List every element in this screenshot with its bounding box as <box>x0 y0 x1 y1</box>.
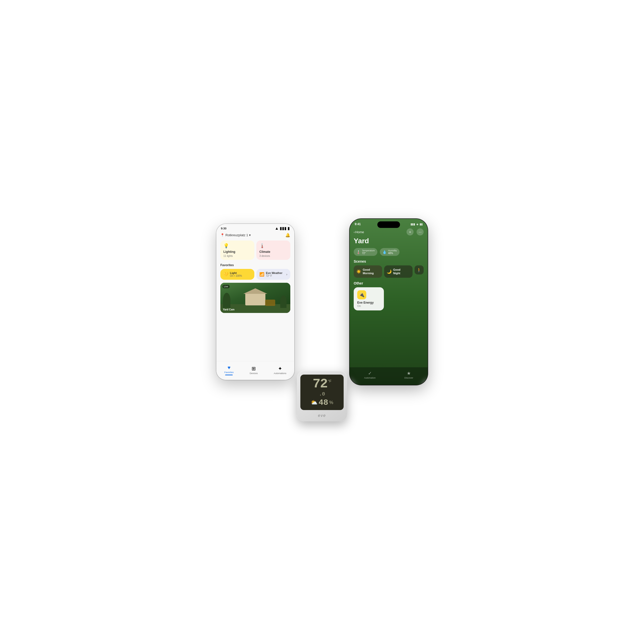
scene-walk-icon[interactable]: 🚶 <box>415 265 424 274</box>
ios-wifi-icon: ◈ <box>416 223 418 226</box>
lighting-title: Lighting <box>223 250 251 254</box>
eve-temperature: 72 <box>313 378 327 391</box>
ios-nav-discover-label: Discover <box>405 377 413 379</box>
humidity-value: 48% <box>388 252 397 255</box>
climate-title: Climate <box>259 250 287 254</box>
eve-humidity: 48 <box>318 398 328 407</box>
climate-sub: 3 devices <box>259 255 287 257</box>
energy-status: On <box>357 304 380 307</box>
android-status-icons: ▲ ▮▮▮ ▮ <box>275 226 290 231</box>
category-lighting[interactable]: 💡 Lighting 11 lights <box>220 240 254 260</box>
ios-status-icons: ▮▮▮ ◈ ▮▮ <box>411 223 423 226</box>
cam-name: Yard Cam <box>223 308 234 311</box>
climate-icon: 🌡️ <box>259 243 287 249</box>
wifi-icon: ▲ <box>275 226 279 231</box>
nav-devices-label: Devices <box>250 372 258 375</box>
chevron-left-icon: ‹ <box>354 230 355 234</box>
fav-light[interactable]: 💛 Light On • 100% <box>220 269 254 280</box>
temp-icon: 🌡️ <box>356 250 360 254</box>
discover-icon: ★ <box>407 371 411 376</box>
lighting-sub: 11 lights <box>223 255 251 257</box>
ios-time: 9:41 <box>355 222 361 226</box>
eve-weather-icon: ⛅ <box>311 399 317 406</box>
moon-icon: 🌙 <box>387 269 392 274</box>
ios-notch <box>377 221 400 228</box>
automations-icon: ✦ <box>278 366 282 372</box>
eve-body: 72 °F .0 ⛅ 48 % eve <box>297 371 347 421</box>
category-row: 💡 Lighting 11 lights 🌡️ Climate 3 device… <box>220 240 290 260</box>
ios-nav-discover[interactable]: ★ Discover <box>405 371 413 379</box>
nav-active-dot <box>225 375 233 375</box>
eve-temp-unit: °F <box>328 379 331 383</box>
ios-back-row: ‹ Home + ··· <box>354 228 424 235</box>
android-time: 9:30 <box>221 227 226 230</box>
cam-card[interactable]: Live Yard Cam <box>220 283 290 313</box>
category-climate[interactable]: 🌡️ Climate 3 devices <box>256 240 290 260</box>
humidity-stat: 💧 Humidity 48% <box>380 248 399 256</box>
weather-icon: 📶 <box>259 272 264 277</box>
eve-device: 72 °F .0 ⛅ 48 % eve <box>297 371 347 421</box>
humidity-label: Humidity <box>388 249 397 252</box>
devices-icon: ⊞ <box>252 366 256 372</box>
ios-content: ‹ Home + ··· Yard 🌡️ Temperature 72° <box>350 227 428 310</box>
other-label: Other <box>354 281 424 285</box>
android-location[interactable]: 📍 Rotkreuzplatz 1 ▾ <box>220 233 251 237</box>
temp-label: Temperature <box>362 249 375 252</box>
ios-signal-icon: ▮▮▮ <box>411 223 415 226</box>
nav-favorites[interactable]: ♥ Favorites <box>224 365 234 375</box>
favorites-label: Favorites <box>220 263 290 267</box>
fav-weather[interactable]: 📶 Eve Weather 72° F › <box>256 269 290 280</box>
scenes-label: Scenes <box>354 259 424 263</box>
energy-title: Eve Energy <box>357 301 380 304</box>
fav-weather-sub: 72° F <box>266 274 283 277</box>
scene-night-label: GoodNight <box>393 268 400 275</box>
android-status-bar: 9:30 ▲ ▮▮▮ ▮ <box>216 224 294 232</box>
eve-brand: eve <box>318 413 326 418</box>
ios-back-button[interactable]: ‹ Home <box>354 230 364 234</box>
android-content: 📍 Rotkreuzplatz 1 ▾ 🔔 💡 Lighting 11 ligh… <box>216 232 294 363</box>
scene-good-night[interactable]: 🌙 GoodNight <box>384 265 413 278</box>
eve-screen: 72 °F .0 ⛅ 48 % <box>300 375 344 410</box>
bell-icon[interactable]: 🔔 <box>285 233 290 237</box>
temperature-stat: 🌡️ Temperature 72° <box>354 248 377 256</box>
android-header: 📍 Rotkreuzplatz 1 ▾ 🔔 <box>220 233 290 237</box>
nav-devices[interactable]: ⊞ Devices <box>250 366 258 375</box>
eve-energy-card[interactable]: 🔌 Eve Energy On <box>354 287 384 310</box>
scene-morning-label: GoodMorning <box>363 268 374 275</box>
ios-nav-automation[interactable]: ✓ Automation <box>364 371 376 379</box>
fav-light-sub: On • 100% <box>230 274 242 277</box>
automation-icon: ✓ <box>368 371 372 376</box>
android-phone: 9:30 ▲ ▮▮▮ ▮ 📍 Rotkreuzplatz 1 ▾ 🔔 💡 Lig… <box>216 224 294 380</box>
nav-automations-label: Automations <box>274 372 286 375</box>
nav-favorites-label: Favorites <box>224 371 234 374</box>
ios-stats-row: 🌡️ Temperature 72° 💧 Humidity 48% <box>354 248 424 256</box>
energy-icon: 🔌 <box>357 290 366 299</box>
ios-more-button[interactable]: ··· <box>417 228 424 235</box>
heart-icon: ♥ <box>227 365 230 371</box>
ios-page-title: Yard <box>354 237 424 245</box>
light-icon: 💛 <box>223 272 228 277</box>
nav-automations[interactable]: ✦ Automations <box>274 366 286 375</box>
chevron-down-icon: ▾ <box>249 233 251 237</box>
signal-icon: ▮▮▮ <box>280 226 287 231</box>
live-badge: Live <box>222 285 230 288</box>
battery-icon: ▮ <box>288 226 290 231</box>
fav-light-title: Light <box>230 271 242 274</box>
scene-good-morning[interactable]: ☀️ GoodMorning <box>354 265 382 278</box>
ios-nav-automation-label: Automation <box>364 377 376 379</box>
ios-add-button[interactable]: + <box>407 228 414 235</box>
ios-bottom-nav: ✓ Automation ★ Discover <box>350 367 428 385</box>
location-icon: 📍 <box>220 233 224 237</box>
sunrise-icon: ☀️ <box>356 269 361 274</box>
eve-humidity-unit: % <box>329 400 333 405</box>
ios-header-actions: + ··· <box>407 228 424 235</box>
eve-temp-row: 72 °F <box>313 378 332 391</box>
eve-temp-decimal: .0 <box>319 391 325 397</box>
temp-value: 72° <box>362 252 375 255</box>
lighting-icon: 💡 <box>223 243 251 249</box>
eve-humidity-row: ⛅ 48 % <box>311 398 333 407</box>
ios-scenes-row: ☀️ GoodMorning 🌙 GoodNight 🚶 <box>354 265 424 278</box>
scene: 9:30 ▲ ▮▮▮ ▮ 📍 Rotkreuzplatz 1 ▾ 🔔 💡 Lig… <box>209 209 435 435</box>
ios-phone: 9:41 ▮▮▮ ◈ ▮▮ ‹ Home + ··· Yard <box>350 219 428 385</box>
android-bottom-nav: ♥ Favorites ⊞ Devices ✦ Automations <box>216 361 294 380</box>
